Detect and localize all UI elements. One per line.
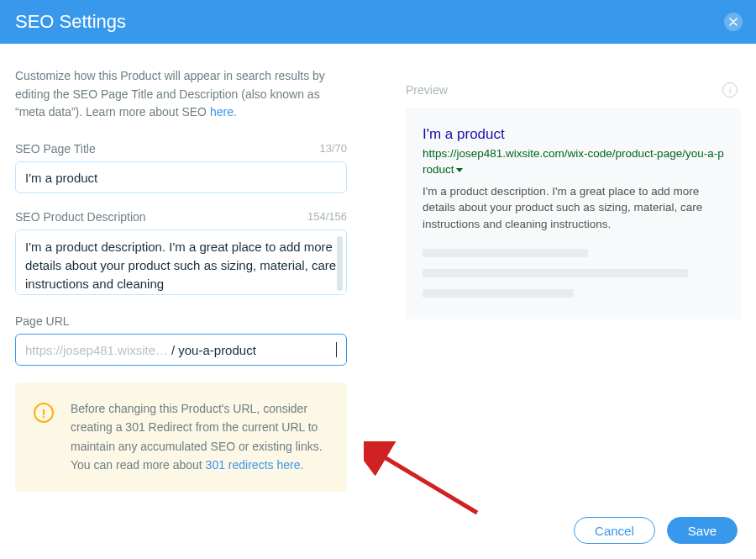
- search-preview-card: I'm a product https://josep481.wixsite.c…: [406, 108, 741, 319]
- close-button[interactable]: [724, 13, 743, 31]
- preview-label: Preview: [406, 83, 448, 97]
- page-url-input-wrap[interactable]: https://josep481.wixsite… / you-a-produc…: [15, 334, 347, 366]
- field-page-url: Page URL https://josep481.wixsite… / you…: [15, 314, 347, 366]
- field-seo-title: SEO Page Title 13/70: [15, 142, 347, 193]
- save-button[interactable]: Save: [667, 517, 738, 544]
- page-url-slash: /: [171, 343, 175, 357]
- page-url-label: Page URL: [15, 314, 70, 328]
- seo-title-input[interactable]: [15, 161, 347, 193]
- modal-title: SEO Settings: [15, 11, 126, 33]
- preview-url: https://josep481.wixsite.com/wix-code/pr…: [423, 146, 724, 178]
- intro-text-after: .: [234, 105, 237, 119]
- preview-description: I'm a product description. I'm a great p…: [423, 183, 724, 233]
- warning-text: Before changing this Product's URL, cons…: [71, 399, 328, 475]
- preview-column: Preview i I'm a product https://josep481…: [406, 67, 741, 492]
- preview-url-text: https://josep481.wixsite.com/wix-code/pr…: [423, 147, 724, 176]
- seo-description-label: SEO Product Description: [15, 210, 146, 224]
- seo-title-counter: 13/70: [319, 142, 347, 156]
- text-cursor: [336, 342, 337, 357]
- field-seo-description: SEO Product Description 154/156: [15, 210, 347, 298]
- modal-content: Customize how this Product will appear i…: [0, 44, 756, 492]
- intro-text-before: Customize how this Product will appear i…: [15, 69, 325, 119]
- url-change-warning: ! Before changing this Product's URL, co…: [15, 382, 347, 492]
- modal-footer: Cancel Save: [574, 517, 738, 544]
- cancel-button[interactable]: Cancel: [574, 517, 655, 544]
- caret-down-icon: [456, 168, 463, 172]
- skeleton-line: [423, 289, 574, 298]
- warning-icon: !: [34, 403, 54, 423]
- redirects-link[interactable]: 301 redirects here: [206, 458, 301, 472]
- skeleton-line: [423, 249, 588, 257]
- page-url-input[interactable]: you-a-product: [178, 343, 333, 357]
- warning-text-after: .: [300, 458, 303, 472]
- skeleton-line: [423, 269, 688, 277]
- info-icon[interactable]: i: [722, 82, 738, 98]
- seo-description-textarea[interactable]: [15, 229, 347, 295]
- intro-text: Customize how this Product will appear i…: [15, 67, 347, 122]
- learn-more-link[interactable]: here: [210, 105, 234, 119]
- seo-title-label: SEO Page Title: [15, 142, 96, 156]
- form-column: Customize how this Product will appear i…: [15, 67, 347, 492]
- seo-description-counter: 154/156: [307, 210, 347, 224]
- modal-header: SEO Settings: [0, 0, 756, 44]
- preview-title: I'm a product: [423, 126, 724, 143]
- page-url-prefix: https://josep481.wixsite…: [25, 343, 168, 357]
